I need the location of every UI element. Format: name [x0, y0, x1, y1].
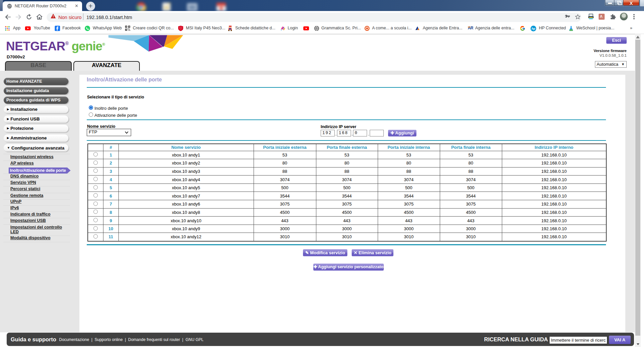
svg-text:hp: hp: [532, 27, 535, 30]
svg-text:R: R: [470, 26, 473, 30]
